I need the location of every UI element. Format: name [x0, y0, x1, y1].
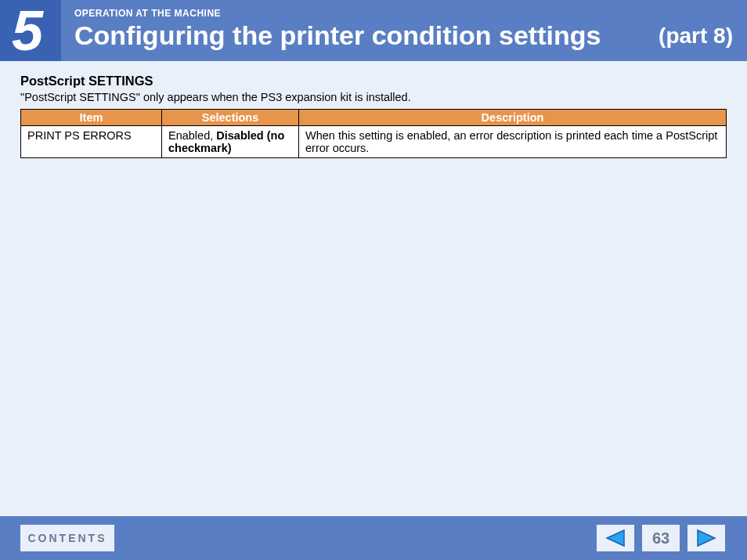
page-number-box: 63	[642, 525, 680, 551]
contents-label: CONTENTS	[28, 532, 107, 544]
subheading: PostScript SETTINGS	[20, 74, 727, 89]
footer-bar: CONTENTS 63	[0, 516, 747, 560]
chapter-number: 5	[12, 2, 43, 59]
section-label: OPERATION AT THE MACHINE	[74, 8, 221, 19]
page-title: Configuring the printer condition settin…	[74, 20, 601, 51]
page-number: 63	[652, 529, 669, 547]
next-page-button[interactable]	[687, 525, 725, 551]
svg-marker-0	[607, 530, 624, 546]
cell-item: PRINT PS ERRORS	[21, 126, 162, 158]
contents-button[interactable]: CONTENTS	[20, 525, 114, 551]
table-row: PRINT PS ERRORS Enabled, Disabled (no ch…	[21, 126, 727, 158]
arrow-right-icon	[695, 529, 718, 547]
page-header: 5 OPERATION AT THE MACHINE Configuring t…	[0, 0, 747, 61]
body: PostScript SETTINGS "PostScript SETTINGS…	[20, 74, 727, 158]
part-label: (part 8)	[659, 23, 733, 49]
table-header-row: Item Selections Description	[21, 110, 727, 126]
chapter-number-box: 5	[0, 0, 61, 61]
cell-selections: Enabled, Disabled (no checkmark)	[162, 126, 299, 158]
cell-description: When this setting is enabled, an error d…	[299, 126, 727, 158]
th-item: Item	[21, 110, 162, 126]
svg-marker-1	[698, 530, 715, 546]
selections-normal: Enabled,	[168, 129, 216, 142]
settings-table: Item Selections Description PRINT PS ERR…	[20, 109, 727, 158]
th-description: Description	[299, 110, 727, 126]
th-selections: Selections	[162, 110, 299, 126]
note-text: "PostScript SETTINGS" only appears when …	[20, 91, 727, 103]
prev-page-button[interactable]	[597, 525, 634, 551]
arrow-left-icon	[604, 529, 627, 547]
